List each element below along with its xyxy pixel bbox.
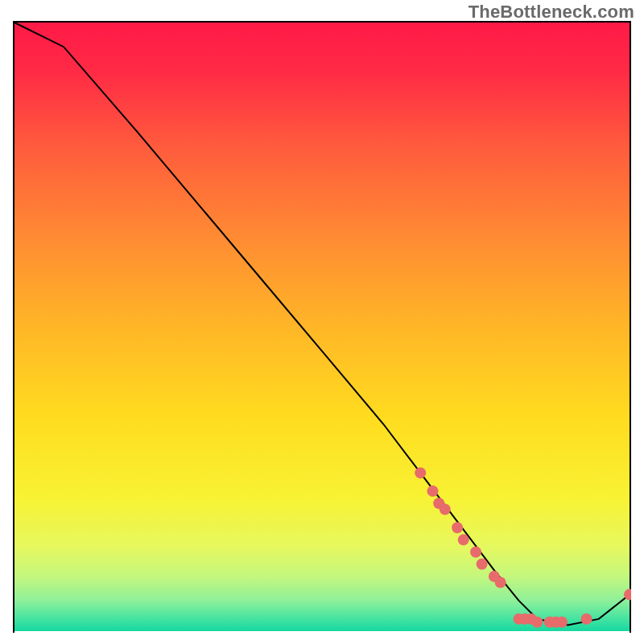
- data-point: [440, 504, 451, 515]
- gradient-background: [14, 23, 630, 631]
- data-point: [458, 535, 469, 546]
- attribution-text: TheBottleneck.com: [469, 2, 634, 23]
- data-point: [581, 613, 592, 625]
- data-point: [556, 617, 568, 628]
- data-point: [470, 547, 481, 558]
- chart-canvas: [13, 21, 631, 633]
- data-point: [495, 577, 506, 588]
- data-point: [452, 522, 463, 534]
- data-point: [477, 559, 488, 570]
- data-point: [531, 617, 543, 628]
- data-point: [427, 485, 439, 497]
- data-point: [415, 467, 426, 478]
